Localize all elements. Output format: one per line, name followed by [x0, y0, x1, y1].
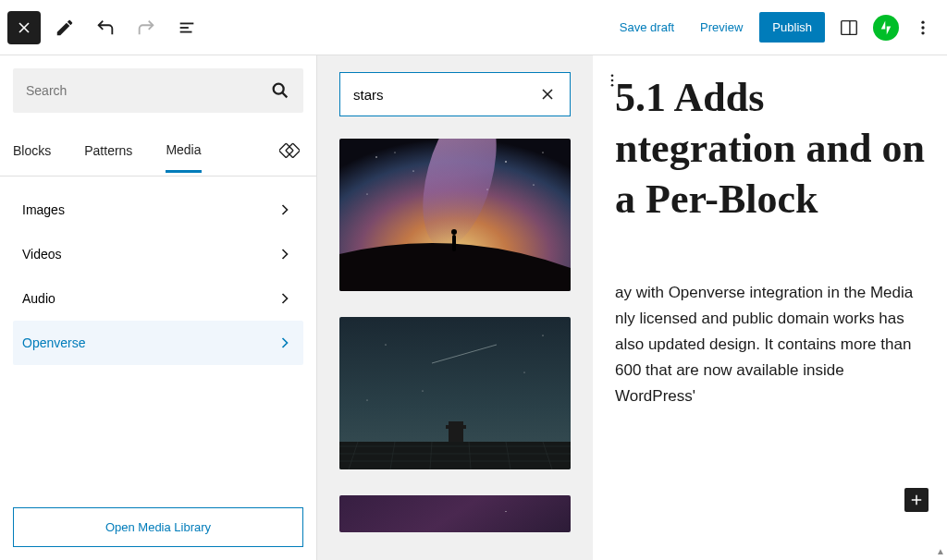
media-item-audio[interactable]: Audio [0, 276, 316, 321]
inserter-search[interactable] [13, 68, 303, 113]
redo-icon [136, 18, 156, 38]
media-item-videos[interactable]: Videos [0, 232, 316, 276]
media-item-openverse[interactable]: Openverse [13, 321, 303, 365]
more-options-button[interactable] [906, 11, 940, 44]
svg-rect-5 [842, 20, 857, 34]
media-item-label: Videos [22, 247, 62, 262]
pattern-explorer-button[interactable] [276, 126, 303, 176]
list-icon [177, 18, 197, 38]
svg-point-22 [375, 156, 376, 157]
svg-rect-49 [339, 495, 571, 532]
edit-button[interactable] [48, 11, 81, 44]
post-body[interactable]: ay with Openverse integration in the Med… [615, 280, 925, 409]
settings-button[interactable] [832, 11, 866, 44]
svg-rect-32 [339, 442, 571, 469]
pencil-icon [55, 18, 75, 38]
more-vertical-icon [914, 18, 932, 37]
openverse-search-field[interactable] [339, 72, 571, 116]
svg-rect-20 [452, 235, 456, 251]
tab-blocks[interactable]: Blocks [13, 130, 51, 171]
chevron-right-icon [276, 334, 294, 352]
openverse-search-input[interactable] [353, 87, 538, 103]
svg-rect-43 [446, 425, 466, 429]
media-item-label: Openverse [22, 335, 85, 350]
svg-point-23 [412, 170, 413, 171]
svg-point-10 [921, 26, 924, 29]
close-icon [15, 18, 33, 37]
svg-point-44 [385, 344, 386, 345]
post-title[interactable]: 5.1 Adds ntegration and on a Per-Block [615, 72, 925, 225]
svg-line-13 [282, 92, 287, 97]
plus-icon [908, 492, 925, 508]
inserter-search-input[interactable] [26, 83, 270, 98]
document-overview-button[interactable] [170, 11, 203, 44]
chevron-right-icon [276, 201, 294, 219]
svg-point-51 [505, 511, 506, 512]
more-vertical-icon [604, 72, 621, 89]
inserter-tabs: Blocks Patterns Media [0, 126, 316, 177]
open-media-library-button[interactable]: Open Media Library [13, 507, 303, 547]
jetpack-button[interactable] [873, 15, 899, 41]
top-toolbar: Save draft Preview Publish [0, 0, 947, 55]
inserter-sidebar: Blocks Patterns Media Images Videos Audi… [0, 55, 317, 560]
undo-button[interactable] [89, 11, 122, 44]
media-item-images[interactable]: Images [0, 188, 316, 232]
svg-point-24 [505, 161, 507, 163]
chevron-right-icon [276, 289, 294, 308]
scroll-up-indicator: ▲ [936, 546, 945, 556]
svg-point-12 [274, 84, 284, 94]
svg-point-45 [524, 372, 525, 373]
save-draft-button[interactable]: Save draft [610, 13, 683, 42]
toolbar-right: Save draft Preview Publish [610, 11, 940, 44]
svg-marker-7 [881, 20, 886, 29]
media-categories: Images Videos Audio Openverse [0, 177, 316, 494]
svg-point-9 [921, 20, 924, 23]
tab-media[interactable]: Media [166, 129, 201, 173]
openverse-results-panel [317, 55, 593, 560]
undo-icon [95, 18, 116, 38]
editor-canvas[interactable]: 5.1 Adds ntegration and on a Per-Block a… [593, 55, 947, 560]
svg-point-27 [542, 152, 543, 152]
svg-point-46 [423, 391, 424, 392]
svg-point-28 [395, 152, 396, 153]
close-button[interactable] [7, 11, 41, 44]
redo-button[interactable] [129, 11, 163, 44]
sidebar-icon [839, 18, 859, 38]
drag-handle[interactable] [604, 72, 621, 92]
openverse-result-2[interactable] [339, 317, 571, 469]
svg-point-54 [611, 84, 614, 87]
svg-rect-42 [449, 421, 463, 442]
media-item-label: Audio [22, 291, 55, 306]
svg-point-53 [611, 79, 614, 82]
svg-point-25 [533, 184, 534, 185]
publish-button[interactable]: Publish [759, 12, 825, 43]
clear-icon[interactable] [538, 85, 557, 103]
svg-point-29 [487, 189, 488, 190]
main-layout: Blocks Patterns Media Images Videos Audi… [0, 55, 947, 560]
openverse-result-1[interactable] [339, 139, 571, 291]
add-block-button[interactable] [904, 488, 929, 512]
svg-marker-8 [887, 26, 892, 34]
jetpack-icon [878, 19, 894, 36]
svg-point-21 [451, 229, 457, 235]
svg-point-48 [542, 335, 543, 335]
chevron-right-icon [276, 245, 294, 263]
svg-point-11 [921, 31, 924, 34]
svg-point-26 [367, 194, 368, 195]
toolbar-left [7, 11, 203, 44]
media-item-label: Images [22, 202, 65, 217]
svg-point-52 [611, 74, 614, 77]
tab-patterns[interactable]: Patterns [84, 130, 132, 171]
preview-button[interactable]: Preview [691, 13, 752, 42]
svg-point-47 [367, 400, 368, 401]
openverse-result-3[interactable] [339, 495, 571, 532]
diamond-icon [279, 139, 300, 159]
search-icon [270, 80, 290, 101]
